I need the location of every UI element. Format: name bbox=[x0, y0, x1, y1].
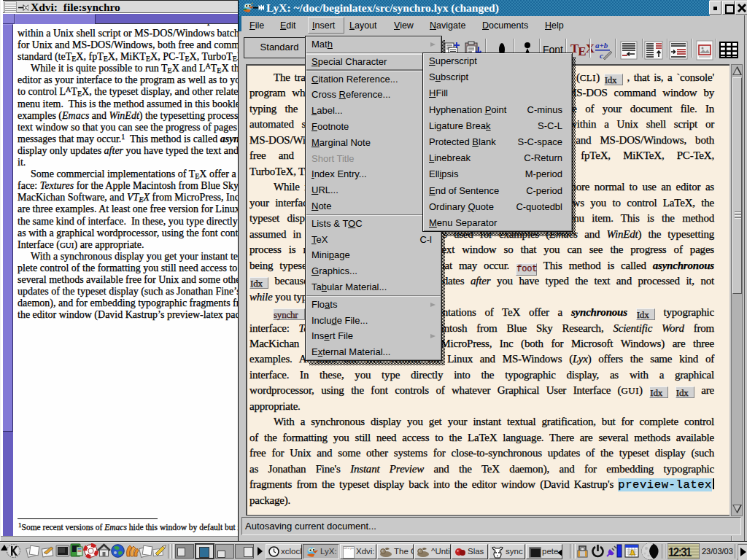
svg-text:c: c bbox=[600, 51, 603, 60]
svg-text:a+b: a+b bbox=[595, 41, 608, 50]
